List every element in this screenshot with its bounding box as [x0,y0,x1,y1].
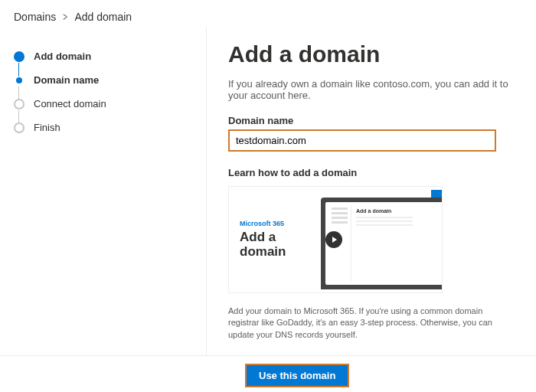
domain-name-input[interactable] [228,129,496,152]
step-label: Domain name [34,74,99,86]
domain-name-label: Domain name [228,115,515,126]
step-marker-current-icon [16,77,22,83]
step-connect-domain[interactable]: Connect domain [14,92,192,116]
video-brand: Microsoft 365 [240,220,310,227]
video-title: Add a domain [240,230,310,259]
main-panel: Add a domain If you already own a domain… [207,28,536,355]
learn-header: Learn how to add a domain [228,167,515,178]
breadcrumb: Domains > Add domain [0,0,536,28]
video-mini-title: Add a domain [356,208,437,214]
step-label: Connect domain [34,98,106,109]
step-marker-empty-icon [14,99,25,109]
wizard-steps: Add domain Domain name Connect domain Fi… [0,28,207,355]
step-marker-empty-icon [14,122,25,133]
intro-text: If you already own a domain like contoso… [228,78,515,101]
step-add-domain[interactable]: Add domain [14,44,192,68]
play-icon [325,231,342,248]
step-finish[interactable]: Finish [14,116,192,139]
step-label: Add domain [34,51,91,62]
breadcrumb-current: Add domain [74,11,132,23]
tutorial-video-thumbnail[interactable]: Microsoft 365 Add a domain Add a domain [228,186,443,293]
chevron-right-icon: > [63,11,67,23]
breadcrumb-root[interactable]: Domains [14,11,56,23]
footer: Use this domain [0,355,536,392]
page-title: Add a domain [228,41,515,67]
help-text: Add your domain to Microsoft 365. If you… [228,305,504,341]
step-label: Finish [34,122,60,133]
step-marker-filled-icon [14,51,25,62]
step-domain-name[interactable]: Domain name [14,68,192,92]
use-this-domain-button[interactable]: Use this domain [245,364,349,387]
